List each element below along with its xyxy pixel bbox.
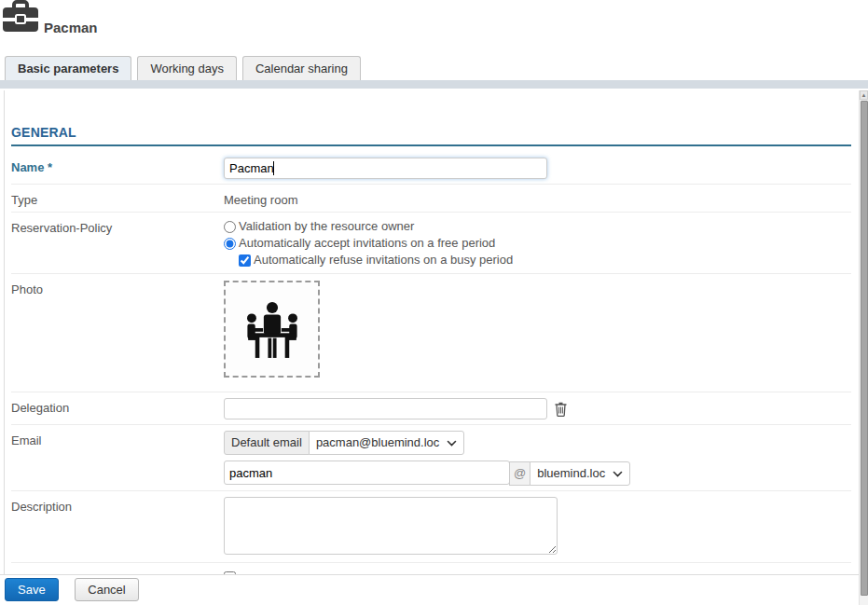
photo-row: Photo: [11, 274, 851, 392]
policy-auto-refuse-checkbox[interactable]: [239, 254, 251, 267]
default-email-group: Default emailpacman@bluemind.loc: [224, 431, 851, 455]
general-section-title: GENERAL: [11, 125, 851, 146]
email-at-symbol: @: [509, 461, 530, 486]
default-email-selected-value: pacman@bluemind.loc: [316, 435, 439, 450]
page-title: Pacman: [44, 21, 98, 36]
delegation-clear-button[interactable]: [554, 401, 568, 419]
policy-auto-accept-radio[interactable]: [224, 238, 236, 250]
tab-basic-parameters[interactable]: Basic parameters: [5, 56, 131, 80]
email-edit-group: @bluemind.loc: [224, 461, 851, 486]
tab-underline-bar: [0, 80, 868, 89]
trash-icon: [554, 406, 568, 419]
tab-calendar-sharing[interactable]: Calendar sharing: [242, 56, 361, 80]
policy-option-auto-accept[interactable]: Automatically accept invitations on a fr…: [224, 235, 851, 252]
delegation-row: Delegation: [11, 392, 851, 425]
policy-validation-label: Validation by the resource owner: [239, 218, 414, 235]
policy-option-validation[interactable]: Validation by the resource owner: [224, 218, 851, 235]
name-label: Name *: [11, 158, 224, 179]
email-domain-select[interactable]: bluemind.loc: [530, 461, 630, 486]
policy-option-auto-refuse[interactable]: Automatically refuse invitations on a bu…: [239, 252, 851, 268]
email-row: Email Default emailpacman@bluemind.loc @…: [11, 425, 851, 491]
tab-working-days[interactable]: Working days: [137, 56, 237, 80]
email-label: Email: [11, 431, 224, 486]
policy-auto-refuse-label: Automatically refuse invitations on a bu…: [254, 252, 513, 268]
policy-auto-accept-label: Automatically accept invitations on a fr…: [239, 235, 495, 252]
action-footer: Save Cancel: [0, 574, 868, 605]
briefcase-icon: [2, 0, 39, 35]
description-label: Description: [11, 497, 224, 557]
hide-from-lists-row: Hide from Blue Mind address lists: [11, 563, 851, 575]
email-domain-selected-value: bluemind.loc: [537, 466, 605, 481]
meeting-room-icon: [237, 293, 308, 366]
policy-validation-radio[interactable]: [224, 221, 236, 233]
scrollbar-thumb[interactable]: [861, 101, 868, 596]
scrollbar-up-arrow-icon[interactable]: ▲: [860, 90, 868, 100]
text-caret: [273, 161, 274, 175]
basic-parameters-panel: GENERAL Name * Type Meeting room Reserva…: [4, 90, 859, 574]
email-local-part-input[interactable]: [224, 461, 510, 485]
vertical-scrollbar[interactable]: ▲: [859, 90, 868, 605]
delegation-label: Delegation: [11, 398, 224, 419]
tab-bar: Basic parameters Working days Calendar s…: [0, 56, 868, 80]
description-textarea[interactable]: [224, 497, 558, 555]
photo-upload-box[interactable]: [224, 281, 320, 378]
description-row: Description: [11, 491, 851, 563]
chevron-down-icon: [613, 466, 623, 481]
type-value: Meeting room: [224, 190, 851, 207]
reservation-policy-label: Reservation-Policy: [11, 218, 224, 268]
photo-label: Photo: [11, 280, 224, 387]
chevron-down-icon: [447, 435, 457, 450]
default-email-addon: Default email: [224, 431, 310, 455]
name-row: Name *: [11, 152, 851, 185]
page-header: Pacman: [0, 0, 868, 35]
save-button[interactable]: Save: [5, 578, 59, 601]
type-row: Type Meeting room: [11, 185, 851, 213]
delegation-input[interactable]: [224, 398, 547, 419]
cancel-button[interactable]: Cancel: [75, 578, 138, 601]
reservation-policy-row: Reservation-Policy Validation by the res…: [11, 213, 851, 274]
default-email-select[interactable]: pacman@bluemind.loc: [309, 431, 464, 455]
type-label: Type: [11, 190, 224, 207]
